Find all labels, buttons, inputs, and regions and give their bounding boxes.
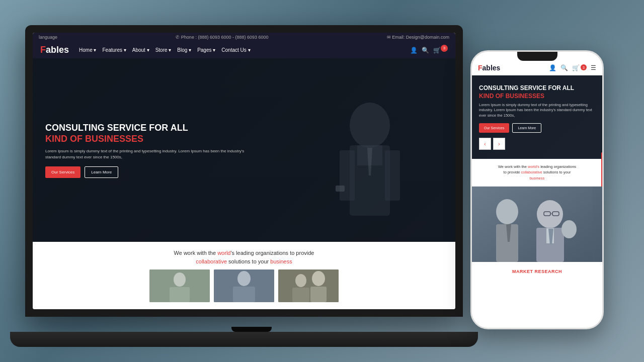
- svg-point-8: [174, 273, 186, 287]
- hero-title: CONSULTING SERVICE FOR ALL: [45, 122, 247, 134]
- phone-highlight-world: world's: [528, 164, 539, 169]
- hero-description: Lorem Ipsum is simply dummy text of the …: [45, 148, 247, 160]
- laptop-screen: language ✆ Phone : (888) 6093 6000 - (88…: [33, 33, 455, 309]
- phone-hero-title: CONSULTING SERVICE FOR ALL: [479, 84, 595, 93]
- laptop-body: language ✆ Phone : (888) 6093 6000 - (88…: [25, 25, 463, 317]
- hero-content: CONSULTING SERVICE FOR ALL KIND OF BUSIN…: [45, 122, 247, 178]
- team-image-2: [214, 269, 274, 302]
- learn-more-button[interactable]: Learn More: [85, 166, 118, 178]
- nav-features[interactable]: Features ▾: [102, 47, 126, 53]
- phone: Fables 👤 🔍 🛒 3 ☰ CONSULTING SERVICE FOR …: [470, 50, 604, 329]
- hero-buttons: Our Services Learn More: [45, 166, 247, 178]
- phone-card-label: MARKET RESEARCH: [472, 262, 602, 279]
- phone-highlight-business: business: [530, 176, 545, 180]
- nav-bar: Fables Home ▾ Features ▾ About ▾ Store ▾…: [33, 42, 455, 58]
- svg-point-19: [496, 199, 518, 224]
- phone-inner: Fables 👤 🔍 🛒 3 ☰ CONSULTING SERVICE FOR …: [472, 52, 602, 328]
- phone-nav-arrows: ‹ ›: [479, 138, 595, 150]
- laptop-base: [10, 332, 478, 347]
- phone-cart-badge: 3: [581, 64, 587, 70]
- highlight-world: world: [217, 250, 230, 256]
- nav-store[interactable]: Store ▾: [155, 47, 172, 53]
- phone-logo[interactable]: Fables: [478, 64, 500, 72]
- phone-notch: [517, 52, 557, 61]
- phone-nav: Fables 👤 🔍 🛒 3 ☰: [472, 61, 602, 75]
- svg-point-29: [561, 220, 577, 238]
- phone-hero: CONSULTING SERVICE FOR ALL KIND OF BUSIN…: [472, 75, 602, 159]
- nav-about[interactable]: About ▾: [132, 47, 149, 53]
- market-research-label: MARKET RESEARCH: [512, 269, 562, 274]
- logo[interactable]: Fables: [40, 45, 69, 55]
- svg-rect-6: [336, 186, 345, 192]
- phone-hero-subtitle: KIND OF BUSINESSES: [479, 93, 595, 100]
- logo-f-letter: F: [40, 45, 46, 55]
- our-services-button[interactable]: Our Services: [45, 166, 80, 178]
- phone-team-image: [472, 187, 602, 262]
- svg-rect-9: [170, 287, 190, 302]
- language-label[interactable]: language: [39, 35, 57, 40]
- nav-home[interactable]: Home ▾: [79, 47, 96, 53]
- phone-image-card: MARKET RESEARCH: [472, 187, 602, 328]
- phone-logo-f: F: [478, 64, 482, 72]
- phone-search-icon[interactable]: 🔍: [560, 64, 568, 71]
- phone-next-button[interactable]: ›: [493, 138, 505, 150]
- phone-cart-icon[interactable]: 🛒: [572, 64, 580, 71]
- team-image-2-svg: [214, 269, 274, 302]
- highlight-business: business: [270, 258, 292, 264]
- search-icon[interactable]: 🔍: [422, 47, 429, 54]
- svg-point-14: [295, 274, 306, 287]
- nav-blog[interactable]: Blog ▾: [177, 47, 191, 53]
- phone-team-svg: [472, 187, 592, 262]
- email-info: ✉ Email: Design@domain.com: [387, 35, 449, 40]
- svg-rect-3: [385, 150, 400, 201]
- svg-point-11: [237, 271, 251, 286]
- phone-learn-more-button[interactable]: Learn More: [512, 123, 541, 133]
- phone-info: ✆ Phone : (888) 6093 6000 - (888) 6093 6…: [176, 35, 268, 40]
- logo-rest: ables: [46, 45, 69, 55]
- svg-point-0: [350, 103, 390, 148]
- team-images: [40, 269, 448, 302]
- below-hero-text: We work with the world's leading organiz…: [40, 249, 448, 265]
- phone-highlight-collaborative: collaborative: [521, 170, 542, 174]
- phone-below-hero: We work with the world's leading organiz…: [472, 159, 602, 187]
- team-image-3: [278, 269, 339, 302]
- team-image-3-svg: [278, 269, 339, 302]
- phone-hero-buttons: Our Services Learn More: [479, 123, 595, 133]
- nav-pages[interactable]: Pages ▾: [197, 47, 215, 53]
- phone-user-icon[interactable]: 👤: [549, 64, 556, 71]
- phone-body: Fables 👤 🔍 🛒 3 ☰ CONSULTING SERVICE FOR …: [470, 50, 604, 329]
- team-image-1-svg: [149, 269, 210, 302]
- phone-section-text: We work with the world's leading organiz…: [479, 164, 595, 181]
- phone-our-services-button[interactable]: Our Services: [479, 123, 509, 133]
- svg-point-16: [312, 271, 325, 286]
- hero-person-svg: [229, 85, 455, 216]
- nav-links: Home ▾ Features ▾ About ▾ Store ▾ Blog ▾…: [79, 47, 400, 53]
- phone-hero-description: Lorem Ipsum is simply dummy text of the …: [479, 103, 595, 119]
- highlight-collaborative: collaborative: [196, 258, 227, 264]
- hero-subtitle: KIND OF BUSINESSES: [45, 134, 247, 144]
- hero-section: CONSULTING SERVICE FOR ALL KIND OF BUSIN…: [33, 58, 455, 242]
- svg-rect-2: [340, 150, 355, 201]
- cart-badge: 3: [441, 45, 448, 52]
- team-image-1: [149, 269, 210, 302]
- laptop: language ✆ Phone : (888) 6093 6000 - (88…: [25, 25, 478, 347]
- svg-rect-17: [310, 287, 327, 302]
- user-icon[interactable]: 👤: [410, 47, 418, 54]
- phone-prev-button[interactable]: ‹: [479, 138, 491, 150]
- svg-rect-15: [292, 288, 309, 302]
- website: language ✆ Phone : (888) 6093 6000 - (88…: [33, 33, 455, 309]
- below-hero-section: We work with the world's leading organiz…: [33, 242, 455, 309]
- laptop-notch: [231, 327, 272, 332]
- nav-icons: 👤 🔍 🛒 3: [410, 47, 448, 54]
- nav-contact[interactable]: Contact Us ▾: [221, 47, 250, 53]
- svg-rect-12: [233, 287, 255, 302]
- phone-logo-rest: ables: [482, 64, 501, 72]
- phone-nav-icons: 👤 🔍 🛒 3 ☰: [549, 64, 596, 71]
- cart-icon[interactable]: 🛒: [433, 47, 441, 54]
- top-bar: language ✆ Phone : (888) 6093 6000 - (88…: [33, 33, 455, 42]
- phone-menu-icon[interactable]: ☰: [591, 64, 596, 71]
